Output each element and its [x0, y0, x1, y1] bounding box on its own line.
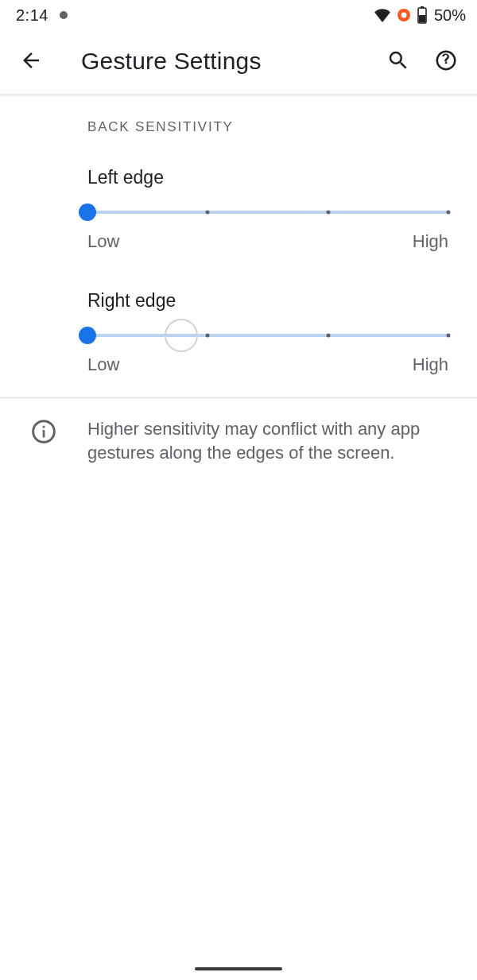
info-text: Higher sensitivity may conflict with any… [78, 417, 453, 464]
right-edge-low-label: Low [87, 354, 119, 375]
wifi-icon [374, 8, 391, 22]
page-title: Gesture Settings [81, 48, 370, 75]
right-edge-slider[interactable] [87, 327, 448, 343]
right-edge-high-label: High [413, 354, 448, 375]
left-edge-high-label: High [413, 231, 448, 252]
left-edge-low-label: Low [87, 231, 119, 252]
arrow-back-icon [19, 48, 43, 75]
right-edge-title: Right edge [87, 290, 448, 312]
left-edge-slider[interactable] [87, 204, 448, 220]
search-icon [386, 48, 410, 75]
right-edge-setting: Right edge Low High [0, 266, 477, 389]
section-header-back-sensitivity: BACK SENSITIVITY [0, 95, 477, 143]
circle-status-icon [396, 7, 412, 23]
help-icon [434, 48, 458, 75]
status-indicator-dot [60, 11, 68, 19]
info-row: Higher sensitivity may conflict with any… [0, 398, 477, 464]
gesture-nav-handle[interactable] [195, 967, 282, 970]
svg-rect-7 [43, 426, 45, 428]
status-time: 2:14 [16, 6, 48, 25]
svg-rect-6 [43, 430, 45, 437]
left-edge-title: Left edge [87, 167, 448, 188]
battery-percent: 50% [434, 6, 466, 25]
help-button[interactable] [426, 41, 466, 81]
info-icon [31, 419, 56, 464]
search-button[interactable] [378, 41, 418, 81]
left-edge-setting: Left edge Low High [0, 143, 477, 266]
svg-point-1 [401, 13, 406, 18]
app-bar: Gesture Settings [0, 29, 477, 94]
back-button[interactable] [11, 41, 51, 81]
status-bar: 2:14 50% [0, 0, 477, 29]
svg-rect-3 [421, 6, 424, 9]
svg-rect-4 [419, 15, 425, 22]
battery-icon [417, 6, 428, 24]
